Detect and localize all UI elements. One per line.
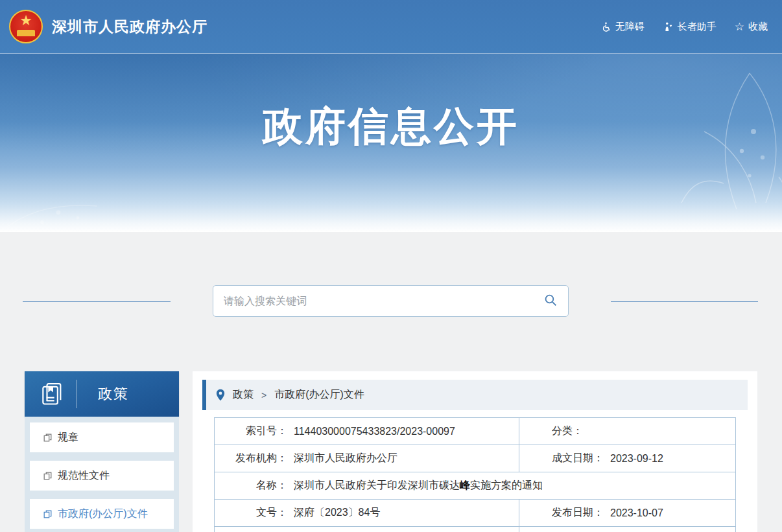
favorite-link[interactable]: ☆ 收藏 xyxy=(735,21,768,33)
breadcrumb-separator: > xyxy=(261,390,267,400)
sidebar-header-title: 政策 xyxy=(98,384,129,404)
page: ★ 深圳市人民政府办公厅 无障碍 xyxy=(0,0,782,532)
flower-decoration-left xyxy=(0,141,130,232)
search-input[interactable] xyxy=(213,286,541,316)
main-panel: 政策 > 市政府(办公厅)文件 索引号： 114403000075433823/… xyxy=(193,371,757,532)
sidebar-item-regulations[interactable]: 规章 xyxy=(30,422,174,452)
search-button[interactable] xyxy=(541,293,568,309)
policy-book-icon xyxy=(39,381,65,407)
index-value: 114403000075433823/2023-00097 xyxy=(294,426,455,437)
sidebar-list: 规章 规范性文件 市政府(办公厅)文件 xyxy=(25,417,179,532)
issuer-cell: 发布机构： 深圳市人民政府办公厅 xyxy=(215,445,519,472)
name-suffix: 实施方案的通知 xyxy=(470,480,543,491)
issuer-label: 发布机构： xyxy=(215,452,287,465)
sidebar-item-normative-documents[interactable]: 规范性文件 xyxy=(30,461,174,491)
favorite-label: 收藏 xyxy=(748,21,768,33)
date-published-label: 发布日期： xyxy=(552,506,604,520)
name-highlight: 峰 xyxy=(460,480,470,491)
document-icon xyxy=(43,433,53,443)
accessibility-icon xyxy=(600,21,611,32)
document-icon xyxy=(43,509,53,519)
index-label: 索引号： xyxy=(215,424,287,438)
date-written-label: 成文日期： xyxy=(552,452,604,465)
doc-number-value: 深府〔2023〕84号 xyxy=(294,506,380,520)
category-cell: 分类： xyxy=(519,418,735,445)
emblem-gate-shape xyxy=(17,30,35,36)
magnifier-icon xyxy=(543,293,558,309)
table-row-partial xyxy=(215,527,735,532)
document-icon xyxy=(43,471,53,481)
date-published-cell: 发布日期： 2023-10-07 xyxy=(519,500,735,526)
accessibility-label: 无障碍 xyxy=(615,21,645,33)
decorative-line-right xyxy=(611,301,758,302)
emblem-star-icon: ★ xyxy=(10,14,41,28)
sidebar-item-label: 规章 xyxy=(58,431,78,445)
star-icon: ☆ xyxy=(735,21,744,32)
date-written-value: 2023-09-12 xyxy=(610,453,663,465)
date-written-cell: 成文日期： 2023-09-12 xyxy=(519,445,735,472)
partial-cell-right xyxy=(519,527,735,532)
decorative-line-left xyxy=(23,301,171,302)
page-title: 政府信息公开 xyxy=(0,99,782,154)
breadcrumb-item-policy[interactable]: 政策 xyxy=(233,388,254,402)
table-row-index: 索引号： 114403000075433823/2023-00097 分类： xyxy=(215,418,735,445)
doc-number-label: 文号： xyxy=(215,506,287,520)
breadcrumb: 政策 > 市政府(办公厅)文件 xyxy=(202,380,748,410)
location-pin-icon xyxy=(206,389,233,401)
name-prefix: 深圳市人民政府关于印发深圳市碳达 xyxy=(294,480,460,491)
site-title: 深圳市人民政府办公厅 xyxy=(52,17,207,37)
sidebar-item-municipal-government-documents[interactable]: 市政府(办公厅)文件 xyxy=(30,499,174,529)
issuer-value: 深圳市人民政府办公厅 xyxy=(294,452,397,465)
index-cell: 索引号： 114403000075433823/2023-00097 xyxy=(215,418,519,445)
doc-number-cell: 文号： 深府〔2023〕84号 xyxy=(215,500,519,526)
content-area: 政策 规章 规范性文件 xyxy=(0,232,782,532)
national-emblem-logo: ★ xyxy=(9,10,43,43)
page-banner: 政府信息公开 xyxy=(0,54,782,232)
sidebar-header: 政策 xyxy=(25,371,179,417)
table-row-name: 名称： 深圳市人民政府关于印发深圳市碳达峰实施方案的通知 xyxy=(215,472,735,500)
breadcrumb-item-current: 市政府(办公厅)文件 xyxy=(274,388,364,402)
top-links: 无障碍 长者助手 ☆ 收藏 xyxy=(600,21,768,33)
document-info-table: 索引号： 114403000075433823/2023-00097 分类： 发… xyxy=(214,417,736,532)
accessibility-link[interactable]: 无障碍 xyxy=(600,21,645,33)
name-label: 名称： xyxy=(215,479,287,492)
partial-cell-left xyxy=(215,527,519,532)
table-row-docnumber: 文号： 深府〔2023〕84号 发布日期： 2023-10-07 xyxy=(215,500,735,527)
sidebar: 政策 规章 规范性文件 xyxy=(25,371,179,532)
search-box xyxy=(213,285,569,317)
name-cell: 名称： 深圳市人民政府关于印发深圳市碳达峰实施方案的通知 xyxy=(215,472,735,499)
elder-assist-label: 长者助手 xyxy=(678,21,717,33)
category-label: 分类： xyxy=(552,424,583,438)
date-published-value: 2023-10-07 xyxy=(610,507,663,519)
sidebar-item-label: 规范性文件 xyxy=(58,469,110,483)
sidebar-header-divider xyxy=(77,380,77,408)
table-row-issuer: 发布机构： 深圳市人民政府办公厅 成文日期： 2023-09-12 xyxy=(215,445,735,472)
top-bar: ★ 深圳市人民政府办公厅 无障碍 xyxy=(0,0,782,54)
elder-assist-icon xyxy=(663,21,674,32)
document-name: 深圳市人民政府关于印发深圳市碳达峰实施方案的通知 xyxy=(294,479,543,492)
elder-assist-link[interactable]: 长者助手 xyxy=(663,21,717,33)
sidebar-item-label: 市政府(办公厅)文件 xyxy=(58,507,148,521)
